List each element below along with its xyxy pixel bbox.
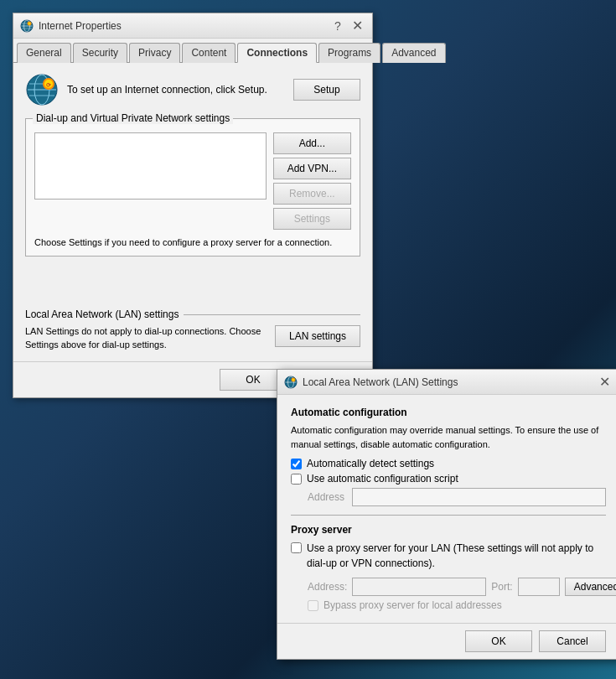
tab-security[interactable]: Security	[73, 43, 127, 63]
remove-button[interactable]: Remove...	[273, 183, 351, 205]
connection-buttons: Add... Add VPN... Remove... Settings	[273, 132, 351, 230]
port-input[interactable]: 80	[518, 578, 560, 596]
content-area: ⟳ To set up an Internet connection, clic…	[13, 63, 372, 361]
add-button[interactable]: Add...	[273, 132, 351, 154]
setup-button[interactable]: Setup	[293, 79, 360, 101]
svg-point-19	[292, 378, 295, 381]
add-vpn-button[interactable]: Add VPN...	[273, 158, 351, 179]
section-divider	[291, 515, 606, 516]
tab-programs[interactable]: Programs	[318, 43, 380, 63]
dialup-section: Dial-up and Virtual Private Network sett…	[25, 118, 360, 257]
auto-config-title: Automatic configuration	[291, 407, 606, 418]
port-label: Port:	[491, 581, 512, 593]
settings-note: Choose Settings if you need to configure…	[34, 236, 351, 249]
setup-text: To set up an Internet connection, click …	[67, 84, 285, 96]
bypass-label: Bypass proxy server for local addresses	[324, 599, 502, 611]
auto-config-desc: Automatic configuration may override man…	[291, 423, 606, 451]
lan-ok-button[interactable]: OK	[465, 630, 532, 652]
lan-section: Local Area Network (LAN) settings LAN Se…	[25, 308, 360, 351]
tab-connections[interactable]: Connections	[237, 43, 317, 63]
lan-divider	[184, 314, 360, 315]
lan-dialog-close-button[interactable]: ✕	[596, 374, 613, 391]
advanced-button[interactable]: Advanced	[565, 578, 616, 596]
auto-script-label: Use automatic configuration script	[307, 473, 458, 485]
titlebar: Internet Properties ? ✕	[13, 13, 372, 39]
window-icon	[20, 19, 34, 33]
proxy-address-input[interactable]	[352, 578, 486, 596]
address-input[interactable]	[352, 488, 606, 506]
proxy-section-title: Proxy server	[291, 524, 606, 536]
lan-dialog-footer: OK Cancel	[277, 623, 616, 659]
lan-dialog-content: Automatic configuration Automatic config…	[277, 395, 616, 623]
auto-script-checkbox[interactable]	[291, 474, 302, 485]
auto-script-row: Use automatic configuration script	[291, 473, 606, 485]
auto-detect-row: Automatically detect settings	[291, 458, 606, 469]
lan-dialog-icon	[284, 376, 298, 389]
internet-properties-window: Internet Properties ? ✕ General Security…	[13, 13, 373, 398]
lan-dialog-titlebar-left: Local Area Network (LAN) Settings	[284, 376, 458, 389]
lan-content: LAN Settings do not apply to dial-up con…	[25, 325, 360, 351]
use-proxy-checkbox[interactable]	[291, 542, 302, 553]
lan-dialog-title: Local Area Network (LAN) Settings	[303, 376, 458, 388]
lan-header: Local Area Network (LAN) settings	[25, 308, 360, 320]
use-proxy-label: Use a proxy server for your LAN (These s…	[307, 541, 606, 571]
help-button[interactable]: ?	[330, 18, 345, 34]
ie-globe-icon: ⟳	[25, 73, 59, 106]
lan-dialog-titlebar-buttons: ✕	[596, 374, 613, 391]
bypass-row: Bypass proxy server for local addresses	[308, 599, 606, 611]
titlebar-left: Internet Properties	[20, 19, 122, 33]
tab-bar: General Security Privacy Content Connect…	[13, 39, 372, 63]
tab-content[interactable]: Content	[182, 43, 236, 63]
connection-list-area: Add... Add VPN... Remove... Settings	[34, 132, 351, 230]
setup-row: ⟳ To set up an Internet connection, clic…	[25, 73, 360, 106]
auto-detect-label: Automatically detect settings	[307, 458, 434, 469]
auto-detect-checkbox[interactable]	[291, 459, 302, 469]
lan-dialog-titlebar: Local Area Network (LAN) Settings ✕	[277, 370, 616, 395]
lan-section-label: Local Area Network (LAN) settings	[25, 308, 184, 320]
tab-privacy[interactable]: Privacy	[129, 43, 180, 63]
svg-point-6	[28, 22, 31, 24]
lan-settings-button[interactable]: LAN settings	[275, 325, 360, 347]
tab-advanced[interactable]: Advanced	[382, 43, 445, 63]
tab-general[interactable]: General	[17, 43, 71, 63]
close-button[interactable]: ✕	[349, 18, 365, 34]
spacer	[25, 265, 360, 298]
dialup-section-label: Dial-up and Virtual Private Network sett…	[33, 112, 233, 124]
address-label: Address	[308, 491, 345, 503]
lan-text: LAN Settings do not apply to dial-up con…	[25, 325, 267, 351]
titlebar-buttons: ? ✕	[330, 18, 365, 34]
window-title: Internet Properties	[39, 20, 122, 32]
proxy-address-row: Address: Port: 80 Advanced	[308, 578, 606, 596]
settings-button[interactable]: Settings	[273, 208, 351, 230]
proxy-address-label: Address:	[308, 581, 347, 593]
address-row: Address	[308, 488, 606, 506]
proxy-checkbox-row: Use a proxy server for your LAN (These s…	[291, 541, 606, 571]
svg-text:⟳: ⟳	[46, 82, 52, 88]
lan-settings-dialog: Local Area Network (LAN) Settings ✕ Auto…	[277, 369, 616, 660]
connection-list[interactable]	[34, 132, 267, 200]
lan-cancel-button[interactable]: Cancel	[539, 630, 606, 652]
bypass-checkbox[interactable]	[308, 600, 318, 611]
